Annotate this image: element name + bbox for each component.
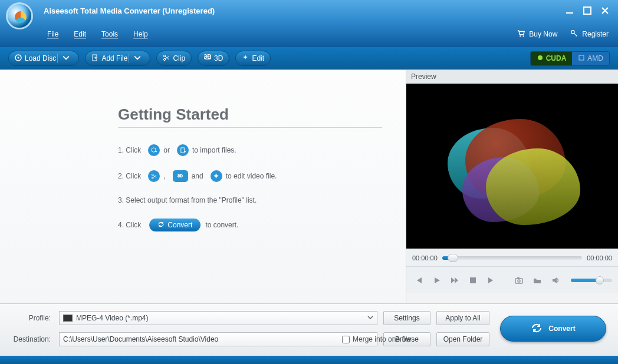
svg-point-17 <box>152 177 153 178</box>
maximize-button[interactable] <box>580 5 594 16</box>
gs-step-4: 4. Click Convert to convert. <box>118 219 382 231</box>
disc-plus-icon <box>148 144 160 156</box>
time-current: 00:00:00 <box>412 254 438 262</box>
svg-rect-13 <box>579 55 584 60</box>
register-label: Register <box>582 30 609 38</box>
buy-now-link[interactable]: Buy Now <box>517 29 557 39</box>
svg-point-6 <box>18 57 19 58</box>
amd-icon <box>578 54 587 63</box>
refresh-icon <box>157 221 167 230</box>
merge-label: Merge into one file <box>353 335 411 343</box>
gpu-badges: CUDA AMD <box>530 51 610 66</box>
menu-tools[interactable]: Tools <box>101 30 118 38</box>
edit-label: Edit <box>252 54 264 62</box>
sparkle-icon <box>242 54 252 63</box>
menu-edit[interactable]: Edit <box>74 30 86 38</box>
gs-step-3: 3. Select output format from the "Profil… <box>118 196 382 204</box>
playback-controls <box>406 266 618 293</box>
prev-button[interactable] <box>412 273 426 287</box>
chevron-down-icon <box>367 314 373 322</box>
menu-help[interactable]: Help <box>133 30 148 38</box>
svg-point-3 <box>523 35 524 37</box>
svg-text:3D: 3D <box>177 174 183 178</box>
add-file-icon <box>91 54 101 63</box>
preview-placeholder-image <box>445 107 580 225</box>
preview-label: Preview <box>406 70 618 84</box>
stop-button[interactable] <box>466 273 480 287</box>
menubar: File Edit Tools Help Buy Now Register <box>0 21 618 47</box>
settings-button[interactable]: Settings <box>383 311 430 325</box>
gs-step-2: 2. Click , 3D and to edit video file. <box>118 170 382 182</box>
edit-button[interactable]: Edit <box>235 51 271 66</box>
svg-point-12 <box>538 55 543 60</box>
play-button[interactable] <box>430 273 444 287</box>
open-folder-button[interactable]: Open Folder <box>436 332 489 346</box>
svg-rect-19 <box>470 277 476 283</box>
volume-slider[interactable] <box>571 279 612 282</box>
destination-input[interactable]: C:\Users\User\Documents\Aiseesoft Studio… <box>59 332 377 346</box>
footer: Profile: MPEG-4 Video (*.mp4) Settings A… <box>0 303 618 356</box>
cart-icon <box>517 29 529 39</box>
chevron-down-icon <box>134 54 144 63</box>
amd-badge[interactable]: AMD <box>572 52 609 65</box>
load-disc-label: Load Disc <box>25 54 56 62</box>
merge-checkbox-input[interactable] <box>342 336 350 343</box>
svg-rect-0 <box>566 12 573 14</box>
profile-value: MPEG-4 Video (*.mp4) <box>76 314 149 322</box>
add-file-label: Add File <box>101 54 127 62</box>
profile-label: Profile: <box>12 314 53 322</box>
svg-point-2 <box>520 35 521 37</box>
timeline: 00:00:00 00:00:00 <box>406 249 618 266</box>
file-plus-icon <box>177 144 189 156</box>
convert-label: Convert <box>548 325 575 333</box>
time-total: 00:00:00 <box>587 254 612 262</box>
gs-step-1: 1. Click or to import files. <box>118 144 382 156</box>
preview-viewport <box>406 84 618 249</box>
buy-now-label: Buy Now <box>529 30 557 38</box>
register-link[interactable]: Register <box>570 29 609 39</box>
svg-rect-15 <box>180 147 184 152</box>
app-logo <box>6 2 33 29</box>
toolbar: Load Disc Add File Clip 3D 3D Edit CUDA … <box>0 47 618 70</box>
getting-started-panel: Getting Started 1. Click or to import fi… <box>0 70 406 303</box>
mini-convert-button: Convert <box>149 219 200 231</box>
sparkle-icon <box>211 170 222 182</box>
menu-file[interactable]: File <box>47 30 58 38</box>
svg-rect-22 <box>517 277 520 279</box>
apply-all-button[interactable]: Apply to All <box>436 311 489 325</box>
svg-text:3D: 3D <box>204 54 211 60</box>
fast-forward-button[interactable] <box>448 273 462 287</box>
3d-icon: 3D <box>173 170 188 182</box>
svg-rect-1 <box>584 7 591 14</box>
svg-rect-20 <box>515 279 522 283</box>
format-icon <box>63 315 73 322</box>
scissors-icon <box>148 170 160 182</box>
volume-icon[interactable] <box>548 273 563 287</box>
load-disc-button[interactable]: Load Disc <box>8 51 79 66</box>
gs-title: Getting Started <box>118 105 382 124</box>
merge-checkbox[interactable]: Merge into one file <box>342 335 411 343</box>
titlebar: Aiseesoft Total Media Converter (Unregis… <box>0 0 618 21</box>
app-title: Aiseesoft Total Media Converter (Unregis… <box>44 6 215 15</box>
folder-button[interactable] <box>530 273 544 287</box>
svg-point-16 <box>152 174 153 176</box>
key-icon <box>570 29 582 39</box>
disc-icon <box>15 54 25 63</box>
clip-label: Clip <box>173 54 185 62</box>
add-file-button[interactable]: Add File <box>85 51 150 66</box>
clip-button[interactable]: Clip <box>156 51 192 66</box>
close-button[interactable] <box>598 5 612 16</box>
3d-button[interactable]: 3D 3D <box>198 51 229 66</box>
scissors-icon <box>163 54 173 63</box>
next-button[interactable] <box>484 273 498 287</box>
minimize-button[interactable] <box>563 5 577 16</box>
3d-icon: 3D <box>204 54 214 63</box>
cuda-badge[interactable]: CUDA <box>531 52 573 65</box>
profile-combo[interactable]: MPEG-4 Video (*.mp4) <box>59 311 377 325</box>
convert-button[interactable]: Convert <box>500 316 606 342</box>
3d-label: 3D <box>214 54 223 62</box>
nvidia-icon <box>537 54 546 63</box>
chevron-down-icon <box>63 54 73 63</box>
snapshot-button[interactable] <box>512 273 526 287</box>
seek-slider[interactable] <box>442 256 582 260</box>
